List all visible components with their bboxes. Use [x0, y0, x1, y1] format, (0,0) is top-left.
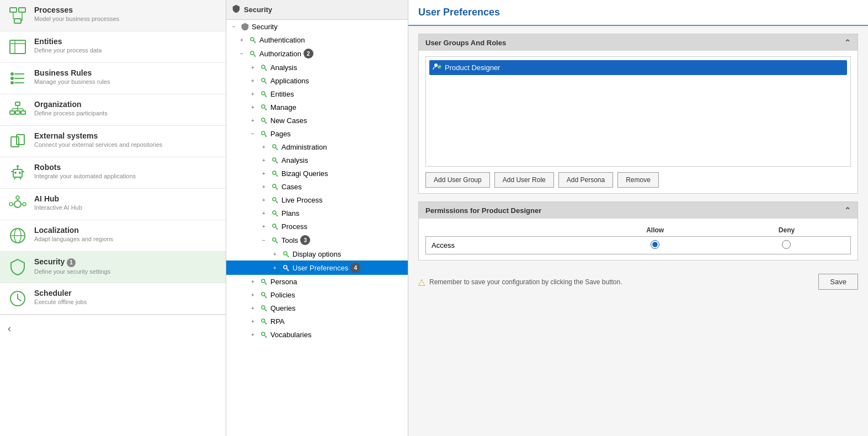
- permissions-deny-radio[interactable]: [782, 240, 791, 249]
- user-group-item[interactable]: Product Designer: [429, 60, 847, 75]
- sidebar-item-entities[interactable]: Entities Define your process data: [0, 31, 226, 63]
- tree-expand-queries[interactable]: +: [248, 304, 257, 312]
- tree-expand-bizagi-queries[interactable]: +: [259, 169, 268, 178]
- svg-point-30: [17, 165, 19, 167]
- sidebar-item-external-systems[interactable]: External systems Connect your external s…: [0, 126, 226, 157]
- sidebar-item-processes[interactable]: Processes Model your business processes: [0, 0, 226, 31]
- sidebar-item-organization[interactable]: Organization Define process participants: [0, 94, 226, 126]
- tree-expand-cases[interactable]: +: [259, 182, 268, 191]
- tree-expand-live-process[interactable]: +: [259, 195, 268, 204]
- svg-rect-25: [17, 135, 24, 145]
- save-notice-text: Remember to save your configuration by c…: [429, 278, 622, 286]
- tree-node-auth-entities[interactable]: + Entities: [226, 87, 408, 100]
- permissions-section: Permissions for Product Designer ⌃ Allow…: [418, 201, 858, 260]
- tree-node-manage[interactable]: + Manage: [226, 100, 408, 114]
- tree-expand-plans[interactable]: +: [259, 209, 268, 217]
- tree-expand-security-root[interactable]: −: [230, 22, 238, 31]
- sidebar-item-security[interactable]: Security 1 Define your security settings: [0, 252, 226, 283]
- tree-expand-policies[interactable]: +: [248, 290, 257, 299]
- sidebar-collapse-button[interactable]: ‹: [0, 315, 226, 342]
- tree-node-tools[interactable]: − Tools 3: [226, 233, 408, 247]
- sidebar-item-localization[interactable]: Localization Adapt languages and regions: [0, 220, 226, 252]
- tree-expand-analysis[interactable]: +: [248, 63, 257, 72]
- tree-expand-authentication[interactable]: +: [237, 35, 246, 44]
- tree-node-process[interactable]: + Process: [226, 220, 408, 233]
- tree-expand-new-cases[interactable]: +: [248, 116, 257, 125]
- tree-node-new-cases[interactable]: + New Cases: [226, 114, 408, 127]
- svg-point-108: [262, 306, 265, 309]
- permissions-collapse-button[interactable]: ⌃: [844, 206, 851, 215]
- tree-node-authentication[interactable]: + Authentication: [226, 33, 408, 46]
- tree-expand-authorization[interactable]: −: [237, 49, 246, 58]
- add-user-role-button[interactable]: Add User Role: [494, 172, 554, 188]
- add-persona-button[interactable]: Add Persona: [558, 172, 613, 188]
- tree-node-cases[interactable]: + Cases: [226, 180, 408, 193]
- sidebar-title-localization: Localization: [34, 226, 113, 235]
- tree-node-persona[interactable]: + Persona: [226, 275, 408, 288]
- tree-scroll-area[interactable]: − Security + Authentication − Authorizat…: [226, 20, 408, 436]
- tree-node-plans[interactable]: + Plans: [226, 206, 408, 220]
- business-rules-icon: [8, 68, 28, 88]
- sidebar-title-external-systems: External systems: [34, 131, 162, 140]
- tree-node-analysis[interactable]: + Analysis: [226, 61, 408, 74]
- tree-expand-auth-entities[interactable]: +: [248, 89, 257, 98]
- tree-node-queries[interactable]: + Queries: [226, 301, 408, 315]
- tree-expand-pages[interactable]: −: [248, 129, 257, 138]
- tree-expand-display-options[interactable]: +: [270, 249, 279, 258]
- tree-icon-security-root: [241, 22, 249, 31]
- tree-node-security-root[interactable]: − Security: [226, 20, 408, 33]
- tree-node-policies[interactable]: + Policies: [226, 288, 408, 301]
- tree-expand-manage[interactable]: +: [248, 103, 257, 111]
- tree-node-vocabularies[interactable]: + Vocabularies: [226, 328, 408, 341]
- tree-node-administration[interactable]: + Administration: [226, 140, 408, 153]
- content-panel: User Preferences User Groups And Roles ⌃: [408, 0, 868, 436]
- user-groups-header: User Groups And Roles ⌃: [419, 34, 858, 51]
- sidebar-item-scheduler[interactable]: Scheduler Execute offline jobs: [0, 283, 226, 315]
- tree-label-rpa: RPA: [270, 317, 285, 326]
- svg-point-10: [10, 77, 14, 80]
- sidebar-item-ai-hub[interactable]: AI Hub Interactive AI Hub: [0, 189, 226, 220]
- tree-node-live-process[interactable]: + Live Process: [226, 193, 408, 206]
- tree-expand-applications[interactable]: +: [248, 76, 257, 85]
- user-groups-section: User Groups And Roles ⌃: [418, 34, 858, 194]
- tree-expand-tools[interactable]: −: [259, 236, 268, 244]
- svg-rect-17: [15, 111, 20, 114]
- processes-icon: [8, 6, 28, 25]
- sidebar-item-business-rules[interactable]: Business Rules Manage your business rule…: [0, 63, 226, 94]
- tree-panel: Security − Security + Authentication − A…: [226, 0, 408, 436]
- save-footer: △ Remember to save your configuration by…: [418, 268, 858, 292]
- svg-rect-18: [21, 111, 25, 114]
- svg-point-27: [14, 172, 17, 174]
- tree-node-user-preferences[interactable]: + User Preferences 4: [226, 260, 408, 275]
- tree-expand-process[interactable]: +: [259, 222, 268, 231]
- sidebar: Processes Model your business processes …: [0, 0, 226, 436]
- svg-point-90: [273, 224, 276, 227]
- tree-node-pages-analysis[interactable]: + Analysis: [226, 153, 408, 167]
- tree-node-rpa[interactable]: + RPA: [226, 315, 408, 328]
- user-groups-collapse-button[interactable]: ⌃: [844, 38, 851, 47]
- tree-expand-pages-analysis[interactable]: +: [259, 156, 268, 164]
- tree-label-live-process: Live Process: [281, 196, 322, 204]
- tree-expand-administration[interactable]: +: [259, 142, 268, 151]
- tree-node-authorization[interactable]: − Authorization 2: [226, 46, 408, 61]
- tree-expand-persona[interactable]: +: [248, 277, 257, 286]
- tree-label-cases: Cases: [281, 183, 302, 191]
- tree-label-authorization: Authorization: [259, 50, 301, 58]
- tree-expand-rpa[interactable]: +: [248, 317, 257, 326]
- svg-rect-6: [10, 40, 25, 54]
- tree-node-display-options[interactable]: + Display options: [226, 247, 408, 260]
- tree-node-pages[interactable]: − Pages: [226, 127, 408, 140]
- save-button[interactable]: Save: [818, 274, 858, 290]
- tree-header: Security: [226, 0, 408, 20]
- tree-expand-user-preferences[interactable]: +: [270, 263, 279, 272]
- tree-label-tools: Tools: [281, 236, 298, 244]
- tree-label-user-preferences: User Preferences: [292, 264, 348, 272]
- tree-node-applications[interactable]: + Applications: [226, 74, 408, 87]
- tree-node-bizagi-queries[interactable]: + Bizagi Queries: [226, 167, 408, 180]
- remove-button[interactable]: Remove: [617, 172, 659, 188]
- sidebar-item-robots[interactable]: Robots Integrate your automated applicat…: [0, 157, 226, 189]
- tree-expand-vocabularies[interactable]: +: [248, 330, 257, 339]
- add-user-group-button[interactable]: Add User Group: [425, 172, 490, 188]
- svg-line-47: [18, 299, 21, 301]
- permissions-allow-radio[interactable]: [651, 240, 659, 249]
